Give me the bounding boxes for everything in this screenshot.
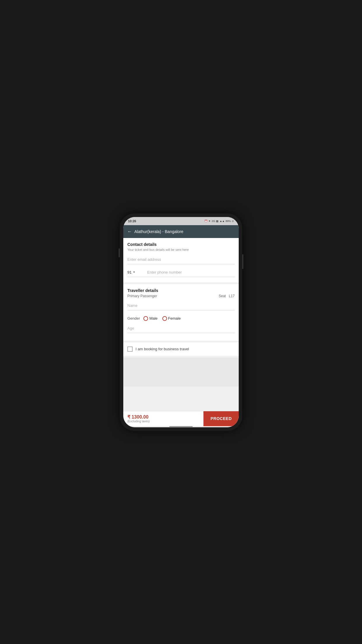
male-radio-circle	[143, 316, 148, 321]
alarm-icon: ⏰	[204, 220, 208, 223]
traveller-header: Primary Passenger Seat L17	[127, 294, 235, 298]
price-note: (Excluding taxes)	[127, 420, 199, 423]
female-label: Female	[168, 316, 181, 321]
email-input[interactable]	[127, 255, 235, 264]
passenger-label: Primary Passenger	[127, 294, 157, 298]
battery-icon: ⊙	[232, 220, 234, 223]
gender-label: Gender	[127, 316, 140, 321]
business-travel-label: I am booking for business travel	[136, 347, 189, 351]
age-input[interactable]	[127, 324, 235, 333]
contact-title: Contact details	[127, 242, 235, 247]
female-radio-option[interactable]: Female	[162, 316, 181, 321]
seat-number: L17	[229, 294, 235, 298]
signal-icon: ▲▲	[219, 220, 225, 223]
seat-label-text: Seat	[219, 294, 226, 298]
traveller-title: Traveller details	[127, 288, 235, 293]
price-amount: ₹ 1300.00	[127, 414, 199, 420]
contact-section: Contact details Your ticket and bus deta…	[123, 238, 239, 282]
business-travel-section: I am booking for business travel	[123, 342, 239, 356]
phone-device: 10:26 ⏰ ✦ 2G ▦ ▲▲ 89% ⊙ ← Alathur(kerala…	[120, 214, 242, 431]
name-input[interactable]	[127, 301, 235, 310]
phone-input[interactable]	[145, 268, 235, 277]
bluetooth-icon: ✦	[208, 220, 211, 223]
status-time: 10:26	[128, 219, 136, 223]
home-indicator-bar	[169, 426, 193, 427]
back-button[interactable]: ←	[127, 229, 132, 234]
proceed-button[interactable]: PROCEED	[203, 411, 239, 426]
data-icon: 2G	[212, 220, 215, 223]
dropdown-arrow-icon: ▼	[133, 271, 135, 274]
male-label: Male	[149, 316, 157, 321]
country-code-value: 91	[127, 270, 131, 274]
traveller-section: Traveller details Primary Passenger Seat…	[123, 284, 239, 341]
route-title: Alathur(kerala) - Bangalore	[134, 229, 183, 234]
price-section: ₹ 1300.00 (Excluding taxes)	[123, 411, 203, 426]
wifi-icon: ▦	[216, 220, 219, 223]
status-bar: 10:26 ⏰ ✦ 2G ▦ ▲▲ 89% ⊙	[123, 217, 239, 225]
phone-row: 91 ▼	[127, 268, 235, 277]
home-indicator	[123, 426, 239, 427]
status-icons: ⏰ ✦ 2G ▦ ▲▲ 89% ⊙	[204, 220, 234, 223]
gender-row: Gender Male Female	[127, 316, 235, 321]
app-bar: ← Alathur(kerala) - Bangalore	[123, 225, 239, 238]
contact-subtitle: Your ticket and bus details will be sent…	[127, 248, 235, 251]
content-filler	[123, 358, 239, 387]
seat-info: Seat L17	[219, 294, 235, 298]
female-radio-circle	[162, 316, 167, 321]
country-code-selector[interactable]: 91 ▼	[127, 268, 145, 277]
male-radio-option[interactable]: Male	[143, 316, 157, 321]
main-content: Contact details Your ticket and bus deta…	[123, 238, 239, 411]
bottom-bar: ₹ 1300.00 (Excluding taxes) PROCEED	[123, 411, 239, 426]
business-travel-checkbox[interactable]	[127, 346, 133, 352]
battery-text: 89%	[226, 220, 231, 223]
